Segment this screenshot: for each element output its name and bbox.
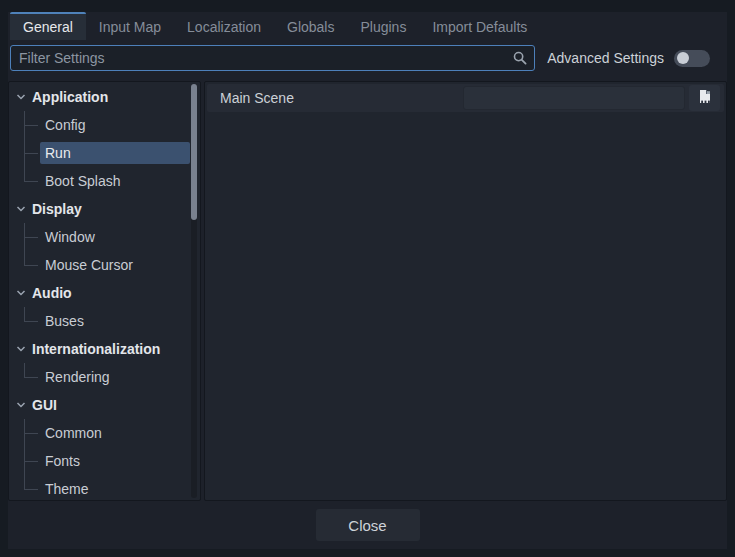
tree-item-label: Application — [32, 89, 108, 105]
property-row-main-scene: Main Scene — [207, 84, 724, 112]
tree-item-application[interactable]: Application — [9, 83, 200, 111]
tree-item-label: Rendering — [40, 366, 190, 388]
tab-label: Plugins — [360, 19, 406, 35]
tree-item-label: Audio — [32, 285, 72, 301]
close-button[interactable]: Close — [316, 509, 420, 541]
tree-item-label: Fonts — [40, 450, 190, 472]
settings-tree: Application Config Run Boot Splash Displ… — [8, 81, 201, 501]
main-scene-label: Main Scene — [220, 90, 463, 106]
tree-item-fonts[interactable]: Fonts — [9, 447, 200, 475]
tree-item-theme[interactable]: Theme — [9, 475, 200, 501]
tree-item-common[interactable]: Common — [9, 419, 200, 447]
tab-label: General — [23, 19, 73, 35]
tab-general[interactable]: General — [10, 12, 86, 40]
tree-item-label: Run — [40, 142, 190, 164]
tree-item-buses[interactable]: Buses — [9, 307, 200, 335]
tree-item-window[interactable]: Window — [9, 223, 200, 251]
browse-file-button[interactable] — [689, 85, 720, 111]
tab-label: Import Defaults — [432, 19, 527, 35]
tree-item-run[interactable]: Run — [9, 139, 200, 167]
tab-label: Input Map — [99, 19, 161, 35]
tree-item-boot-splash[interactable]: Boot Splash — [9, 167, 200, 195]
tree-item-label: Config — [40, 114, 190, 136]
filter-settings-input-wrap — [10, 45, 535, 71]
tree-item-audio[interactable]: Audio — [9, 279, 200, 307]
tab-globals[interactable]: Globals — [274, 12, 347, 40]
tab-input-map[interactable]: Input Map — [86, 12, 174, 40]
advanced-settings-toggle[interactable] — [674, 50, 710, 67]
filter-settings-input[interactable] — [10, 45, 535, 71]
project-settings-dialog: General Input Map Localization Globals P… — [8, 12, 727, 549]
tree-item-display[interactable]: Display — [9, 195, 200, 223]
tree-item-label: Buses — [40, 310, 190, 332]
footer: Close — [8, 501, 727, 549]
tab-plugins[interactable]: Plugins — [347, 12, 419, 40]
tree-item-label: Theme — [40, 478, 190, 500]
chevron-down-icon[interactable] — [15, 399, 27, 411]
tree-item-label: Display — [32, 201, 82, 217]
main-scene-input[interactable] — [463, 86, 685, 110]
tree-item-label: GUI — [32, 397, 57, 413]
tab-bar: General Input Map Localization Globals P… — [8, 12, 727, 40]
tree-scrollbar[interactable] — [191, 84, 197, 498]
tree-item-label: Mouse Cursor — [40, 254, 190, 276]
search-icon — [512, 50, 528, 66]
tree-scrollbar-grabber[interactable] — [191, 84, 197, 220]
tree-item-config[interactable]: Config — [9, 111, 200, 139]
tree-item-mouse-cursor[interactable]: Mouse Cursor — [9, 251, 200, 279]
tree-item-label: Boot Splash — [40, 170, 190, 192]
tree-item-label: Window — [40, 226, 190, 248]
tree-item-label: Internationalization — [32, 341, 160, 357]
browse-file-icon — [697, 89, 713, 108]
chevron-down-icon[interactable] — [15, 91, 27, 103]
panels: Application Config Run Boot Splash Displ… — [8, 81, 727, 501]
tree-item-internationalization[interactable]: Internationalization — [9, 335, 200, 363]
tab-import-defaults[interactable]: Import Defaults — [419, 12, 540, 40]
settings-main: Main Scene — [204, 81, 727, 501]
chevron-down-icon[interactable] — [15, 343, 27, 355]
tree-item-gui[interactable]: GUI — [9, 391, 200, 419]
tree-item-rendering[interactable]: Rendering — [9, 363, 200, 391]
chevron-down-icon[interactable] — [15, 203, 27, 215]
advanced-settings-label: Advanced Settings — [547, 50, 664, 66]
toggle-knob — [677, 52, 689, 64]
tab-localization[interactable]: Localization — [174, 12, 274, 40]
tree-item-label: Common — [40, 422, 190, 444]
tab-label: Globals — [287, 19, 334, 35]
chevron-down-icon[interactable] — [15, 287, 27, 299]
filter-row: Advanced Settings — [10, 45, 727, 71]
tab-label: Localization — [187, 19, 261, 35]
